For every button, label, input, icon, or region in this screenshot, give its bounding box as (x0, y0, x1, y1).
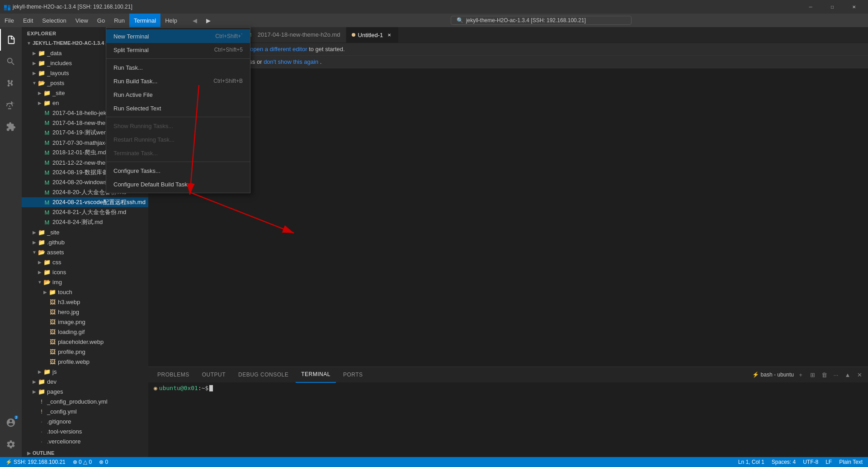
tree-file-7[interactable]: ▶ M 2024-08-19-数据库备份.md (22, 167, 148, 177)
tab-problems[interactable]: PROBLEMS (152, 367, 195, 383)
status-language[interactable]: Plain Text (837, 457, 864, 467)
tree-file-config-prod[interactable]: ▶ ! _config_production.yml (22, 396, 148, 406)
status-line-col[interactable]: Ln 1, Col 1 (736, 457, 766, 467)
activity-extensions[interactable] (0, 116, 22, 138)
tree-file-9[interactable]: ▶ M 2024-8-20-人大金仓备份.md (22, 187, 148, 197)
activity-search[interactable] (0, 51, 22, 72)
menu-run[interactable]: Run (109, 14, 129, 27)
menu-view[interactable]: View (71, 14, 93, 27)
tree-root[interactable]: ▼ JEKYLL-THEME-H2O-AC-1.3.4 [SSH: 192.1.… (22, 38, 148, 48)
panel-close-button[interactable]: ✕ (854, 370, 864, 380)
status-ssh-label: SSH: 192.168.100.21 (14, 459, 66, 465)
editor-content[interactable] (148, 68, 868, 367)
tree-file-4[interactable]: ▶ M 2017-07-30-mathjax-test.md (22, 138, 148, 148)
md-file-icon: M (43, 129, 51, 136)
close-button[interactable]: ✕ (844, 0, 864, 14)
tree-file-5[interactable]: ▶ M 2018-12-01-爬虫.md (22, 148, 148, 157)
title-search-box[interactable]: 🔍 jekyll-theme-H2O-ac-1.3.4 [SSH: 192.16… (451, 16, 632, 25)
tab-terminal[interactable]: TERMINAL (296, 367, 336, 383)
terminal-more-button[interactable]: ··· (831, 370, 841, 380)
tree-file-hero[interactable]: ▶ 🖼 hero.jpg (22, 307, 148, 317)
status-warnings[interactable]: ⊗ 0 (97, 457, 110, 467)
status-ssh[interactable]: ⚡ SSH: 192.168.100.21 (4, 457, 67, 467)
tab-ssh-md[interactable]: M ...ssh.md (148, 27, 195, 43)
terminal-kill-button[interactable]: 🗑 (819, 370, 829, 380)
activity-source-control[interactable] (0, 72, 22, 94)
md-icon: M (154, 31, 161, 38)
tree-file-3[interactable]: ▶ M 2017-04-19-测试wen张.md (22, 128, 148, 138)
tree-file-12[interactable]: ▶ M 2024-8-24-测试.md (22, 217, 148, 227)
img-file-icon: 🖼 (49, 318, 56, 325)
panel-maximize-button[interactable]: ▲ (843, 370, 853, 380)
tree-item-assets[interactable]: ▼ 📂 assets (22, 247, 148, 257)
tree-file-h3[interactable]: ▶ 🖼 h3.webp (22, 297, 148, 307)
tab-untitled-2[interactable]: Untitled-2 (195, 27, 241, 43)
tab-debug-console[interactable]: DEBUG CONSOLE (233, 367, 294, 383)
nav-forward-button[interactable]: ▶ (203, 14, 214, 26)
tree-item-pages[interactable]: ▶ 📁 pages (22, 386, 148, 396)
status-errors[interactable]: ⊗ 0 △ 0 (71, 457, 94, 467)
tree-item-icons[interactable]: ▶ 📁 icons (22, 267, 148, 277)
tree-item-includes[interactable]: ▶ 📁 _includes (22, 58, 148, 68)
tree-file-profile-webp[interactable]: ▶ 🖼 profile.webp (22, 357, 148, 367)
nav-back-button[interactable]: ◀ (189, 14, 201, 26)
tree-file-gitignore[interactable]: ▶ · .gitignore (22, 416, 148, 426)
tree-file-vercelionore[interactable]: ▶ · .vercelionore (22, 436, 148, 446)
dont-show-link[interactable]: don't show this again (264, 58, 318, 65)
activity-accounts[interactable]: 2 (0, 412, 22, 434)
menu-go[interactable]: Go (93, 14, 109, 27)
tree-file-image[interactable]: ▶ 🖼 image.png (22, 317, 148, 327)
tree-item-posts[interactable]: ▼ 📂 _posts (22, 78, 148, 88)
tree-item-posts-site[interactable]: ▶ 📁 _site (22, 88, 148, 98)
tree-item-data[interactable]: ▶ 📁 _data (22, 48, 148, 58)
tree-file-11[interactable]: ▶ M 2024-8-21-人大金仓备份.md (22, 207, 148, 217)
terminal-content[interactable]: ◉ ubuntu@0x01 :~$ (148, 383, 868, 457)
minimize-button[interactable]: ─ (800, 0, 821, 14)
tree-item-github[interactable]: ▶ 📁 .github (22, 237, 148, 247)
tree-file-profile-png[interactable]: ▶ 🖼 profile.png (22, 347, 148, 357)
md-file-icon: M (43, 189, 51, 196)
tree-file-6[interactable]: ▶ M 2021-12-22-new-theme-h2o-ac.md (22, 157, 148, 167)
menu-file[interactable]: File (0, 14, 19, 27)
tab-untitled-1[interactable]: Untitled-1 ✕ (346, 27, 399, 43)
activity-run-debug[interactable] (0, 94, 22, 116)
outline-section[interactable]: ▶ OUTLINE (22, 448, 148, 457)
img-file-icon: 🖼 (49, 338, 56, 345)
activity-settings[interactable] (0, 434, 22, 455)
tab-output[interactable]: OUTPUT (197, 367, 231, 383)
tab-close-button[interactable]: ✕ (386, 31, 393, 38)
tab-ports[interactable]: PORTS (338, 367, 368, 383)
status-line-ending[interactable]: LF (824, 457, 834, 467)
menu-edit[interactable]: Edit (19, 14, 38, 27)
tree-item-js[interactable]: ▶ 📁 js (22, 367, 148, 376)
menu-help[interactable]: Help (160, 14, 182, 27)
tree-item-img[interactable]: ▼ 📂 img (22, 277, 148, 287)
tree-file-1[interactable]: ▶ M 2017-04-18-hello-jekyll.md (22, 108, 148, 118)
terminal-add-button[interactable]: + (796, 370, 806, 380)
tree-file-placeholder[interactable]: ▶ 🖼 placeholder.webp (22, 337, 148, 347)
yml-file-icon: ! (38, 398, 45, 405)
tree-file-10-selected[interactable]: ▶ M 2024-08-21-vscode配置远程ssh.md (22, 197, 148, 207)
tree-item-site[interactable]: ▶ 📁 _site (22, 227, 148, 237)
activity-explorer[interactable] (0, 29, 22, 51)
menu-terminal[interactable]: Terminal (129, 14, 160, 27)
tree-file-config[interactable]: ▶ ! _config.yml (22, 406, 148, 416)
fill-template-link[interactable]: fill with template (197, 46, 238, 52)
tree-file-2[interactable]: ▶ M 2017-04-18-new-theme-h2o.md (22, 118, 148, 128)
status-spaces[interactable]: Spaces: 4 (770, 457, 797, 467)
restore-button[interactable]: □ (822, 0, 843, 14)
tree-item-dev[interactable]: ▶ 📁 dev (22, 376, 148, 386)
status-encoding[interactable]: UTF-8 (801, 457, 820, 467)
tree-item-touch[interactable]: ▶ 📁 touch (22, 287, 148, 297)
terminal-prompt: ◉ ubuntu@0x01 :~$ (154, 385, 863, 391)
tab-2017-theme[interactable]: M 2017-04-18-new-theme-h2o.md (241, 27, 346, 43)
tree-file-loading[interactable]: ▶ 🖼 loading.gif (22, 327, 148, 337)
menu-selection[interactable]: Selection (38, 14, 71, 27)
tree-item-css[interactable]: ▶ 📁 css (22, 257, 148, 267)
tree-file-8[interactable]: ▶ M 2024-08-20-windows如何将命令封装为后台服务.md (22, 177, 148, 187)
tree-file-tool-versions[interactable]: ▶ · .tool-versions (22, 426, 148, 436)
open-different-editor-link[interactable]: open a different editor (250, 46, 307, 52)
tree-item-en[interactable]: ▶ 📁 en (22, 98, 148, 108)
terminal-split-button[interactable]: ⊞ (807, 370, 817, 380)
tree-item-layouts[interactable]: ▶ 📁 _layouts (22, 68, 148, 78)
